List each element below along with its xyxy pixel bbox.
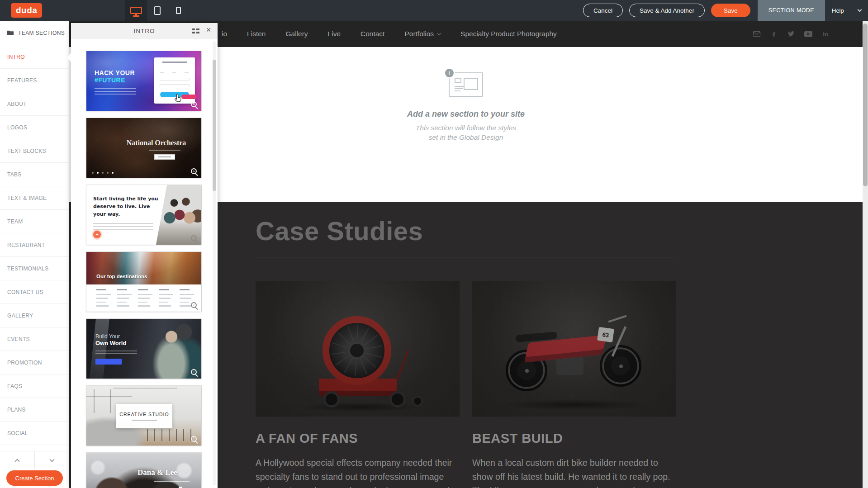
mouse-cursor-hand [172, 93, 183, 104]
site-nav-item-portfolios[interactable]: Portfolios [404, 30, 441, 38]
template-thumb-build-your-own-world[interactable]: Build Your Own World [86, 319, 201, 379]
sidebar-header: TEAM SECTIONS [0, 21, 69, 45]
thumb-title: Dana & Lee [86, 468, 201, 477]
site-nav-item-gallery[interactable]: Gallery [285, 30, 308, 38]
sidebar-item-social[interactable]: SOCIAL [0, 422, 69, 445]
section-placeholder-icon [449, 72, 483, 97]
facebook-icon[interactable] [770, 30, 778, 38]
site-social-icons [753, 21, 830, 47]
template-thumb-start-living[interactable]: Start living the life you deserve to liv… [86, 185, 201, 245]
plus-icon [93, 231, 101, 238]
sidebar-item-promotion[interactable]: PROMOTION [0, 351, 69, 374]
case-study-card-fan: A FAN OF FANS A Hollywood special effect… [256, 281, 460, 488]
site-nav-item-partial[interactable]: io [222, 30, 227, 38]
template-thumbnail-list: HACK YOUR #FUTURE National Orchestra [71, 39, 218, 488]
chevron-down-icon [437, 31, 441, 35]
zoom-in-icon [191, 369, 197, 375]
sidebar-item-team[interactable]: TEAM [0, 210, 69, 233]
folder-icon [7, 30, 14, 36]
template-thumb-national-orchestra[interactable]: National Orchestra [86, 118, 201, 178]
zoom-in-icon [191, 235, 197, 241]
section-mode-badge: SECTION MODE [758, 0, 825, 21]
sidebar-item-intro[interactable]: INTRO [0, 45, 69, 69]
create-section-button[interactable]: Create Section [6, 470, 63, 486]
save-button[interactable]: Save [711, 4, 750, 17]
youtube-icon[interactable] [804, 30, 812, 38]
zoom-in-icon [191, 168, 197, 174]
sidebar-item-text-blocks[interactable]: TEXT BLOCKS [0, 139, 69, 163]
chevron-down-icon [858, 8, 862, 12]
sidebar-item-gallery[interactable]: GALLERY [0, 304, 69, 327]
help-menu[interactable]: Help [825, 0, 868, 21]
carousel-dots [92, 172, 114, 174]
zoom-in-icon [191, 101, 197, 107]
duda-logo[interactable]: duda [11, 3, 42, 18]
sidebar-item-contact-us[interactable]: CONTACT US [0, 280, 69, 304]
sidebar-item-logos[interactable]: LOGOS [0, 116, 69, 139]
add-section-subtitle: This section will follow the styles set … [371, 123, 561, 142]
page-scrollbar-thumb[interactable] [863, 24, 868, 186]
scroll-down-button[interactable] [34, 451, 69, 469]
grid-view-icon[interactable] [192, 28, 199, 34]
sidebar-item-text-image[interactable]: TEXT & IMAGE [0, 186, 69, 210]
panel-scrollbar [213, 41, 216, 485]
twitter-icon[interactable] [787, 30, 795, 38]
thumb-title: National Orchestra [86, 139, 201, 147]
top-toolbar: duda Cancel Save & Add Another Save SECT… [0, 0, 868, 21]
sidebar-item-restaurant[interactable]: RESTAURANT [0, 233, 69, 257]
mobile-view-button[interactable] [168, 0, 189, 21]
sidebar-item-features[interactable]: FEATURES [0, 69, 69, 92]
sidebar-item-events[interactable]: EVENTS [0, 327, 69, 351]
sidebar-item-tabs[interactable]: TABS [0, 163, 69, 186]
panel-title: INTRO [134, 28, 155, 34]
site-nav-item-specialty[interactable]: Specialty Product Photography [460, 30, 557, 38]
card-heading: BEAST BUILD [472, 431, 676, 446]
site-nav-item-live[interactable]: Live [328, 30, 341, 38]
sidebar-item-about[interactable]: ABOUT [0, 92, 69, 116]
links-table [96, 289, 194, 309]
tablet-view-button[interactable] [147, 0, 168, 21]
bike-number-plate: 63 [597, 327, 614, 342]
add-section-prompt: Add a new section to your site This sect… [371, 72, 561, 142]
editor-stage: io Listen Gallery Live Contact Portfolio… [0, 0, 868, 488]
thumb-title: Start living the life you deserve to liv… [93, 195, 163, 218]
close-icon[interactable] [206, 25, 211, 35]
thumb-title: Build Your [95, 333, 126, 340]
case-studies-heading: Case Studies [256, 216, 676, 246]
fan-machine-image [256, 281, 460, 417]
zoom-in-icon [191, 302, 197, 308]
heart-icon [179, 486, 182, 488]
page-scrollbar [863, 21, 868, 488]
panel-header: INTRO [71, 23, 218, 39]
divider [256, 257, 676, 257]
case-study-card-bike: 63 BEAST BUILD When a local custom dirt … [472, 281, 676, 488]
sidebar-item-plans[interactable]: PLANS [0, 398, 69, 422]
email-icon[interactable] [753, 30, 761, 38]
panel-scrollbar-thumb[interactable] [213, 60, 216, 191]
intro-templates-panel: INTRO HACK YOUR #FUTURE [71, 23, 218, 488]
dirt-bike-image: 63 [472, 281, 676, 417]
card-body: When a local custom dirt bike builder ne… [472, 456, 676, 488]
site-nav-item-contact[interactable]: Contact [360, 30, 384, 38]
site-nav-item-listen[interactable]: Listen [247, 30, 266, 38]
template-thumb-dana-and-lee[interactable]: Dana & Lee [86, 453, 201, 488]
desktop-view-button[interactable] [125, 0, 147, 21]
sidebar-item-testimonials[interactable]: TESTIMONIALS [0, 257, 69, 280]
monitor-icon [130, 7, 142, 14]
device-preview-switcher [125, 0, 189, 21]
street-photo [86, 252, 201, 284]
template-thumb-hack-your-future[interactable]: HACK YOUR #FUTURE [86, 51, 201, 111]
cancel-button[interactable]: Cancel [583, 4, 623, 17]
template-thumb-creative-studio[interactable]: CREATIVE STUDIO [86, 386, 201, 445]
linkedin-icon[interactable] [821, 30, 830, 38]
scroll-up-button[interactable] [0, 451, 34, 469]
template-thumb-top-destinations[interactable]: Our top destinations [86, 252, 201, 312]
panel-pointer-notch [67, 53, 71, 62]
thumb-title: Our top destinations [96, 274, 147, 279]
save-add-another-button[interactable]: Save & Add Another [629, 4, 705, 17]
tablet-icon [154, 6, 161, 15]
sidebar-item-faqs[interactable]: FAQS [0, 374, 69, 398]
cta-button-shape [95, 359, 122, 365]
phone-icon [176, 7, 181, 14]
zoom-in-icon [191, 436, 197, 442]
